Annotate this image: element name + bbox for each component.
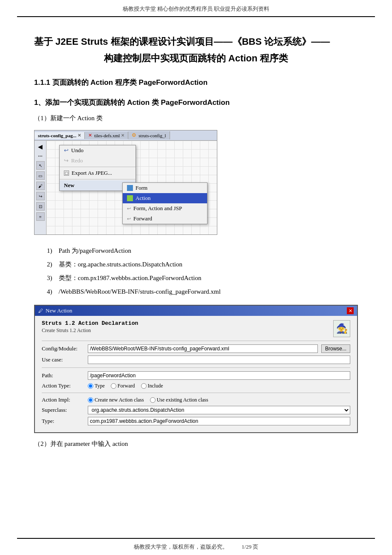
superclass-select[interactable]: org.apache.struts.actions.DispatchAction: [88, 406, 350, 414]
sub-section-1-label: （1）新建一个 Action 类: [34, 115, 103, 121]
tool-list-icon[interactable]: ≡: [36, 212, 45, 221]
dialog-title-icon: 🖊: [38, 308, 43, 313]
form-icon: [127, 185, 133, 191]
radio-include-input[interactable]: [141, 383, 147, 389]
ide-canvas[interactable]: ↩ Undo ↪ Redo □ Export As JPEG... New: [46, 141, 217, 234]
submenu-form-action-jsp[interactable]: ↩ Form, Action and JSP: [123, 203, 207, 214]
dialog-description: Create Struts 1.2 Action: [42, 327, 138, 334]
section-1-1-1-label: 1.1.1 页面跳转的 Action 程序类 PageForwordAction: [34, 78, 208, 87]
ide-screenshot: struts-config_pag... ✕ ✕ tiles-defs.xml …: [34, 130, 217, 235]
redo-icon: ↪: [64, 157, 69, 164]
radio-use-existing[interactable]: Use existing Action class: [150, 397, 208, 403]
tool-arrow-icon[interactable]: ↪: [36, 192, 45, 200]
action-impl-label: Action Impl:: [42, 396, 84, 403]
ide-body: ◀ ••• ↖ ▭ 🖌 ↪ ⊡ ≡ ↩ Undo ↪: [35, 141, 217, 234]
dialog-close-button[interactable]: ✕: [347, 307, 354, 314]
dialog-divider-2: [42, 367, 350, 368]
action-impl-row: Action Impl: Create new Action class Use…: [42, 396, 350, 403]
dialog-body: Struts 1.2 Action Declaration Create Str…: [35, 316, 357, 432]
radio-forward-input[interactable]: [111, 383, 116, 389]
export-icon: □: [64, 171, 69, 176]
action-type-label: Action Type:: [42, 382, 84, 389]
separator-1: [60, 167, 135, 167]
tool-paint-icon[interactable]: 🖌: [36, 182, 45, 190]
new-action-dialog: 🖊 New Action ✕ Struts 1.2 Action Declara…: [34, 305, 358, 433]
radio-forward[interactable]: Forward: [111, 383, 135, 389]
section-1-label: 1、添加一个实现页面跳转的 Action 类 PageForwordAction: [34, 98, 230, 107]
ide-tab-1-label: struts-config_pag...: [38, 133, 76, 138]
ide-tab-3[interactable]: ⚙ struts-config_l: [128, 131, 170, 139]
main-title: 基于 J2EE Struts 框架的课程设计实训项目——《BBS 论坛系统》——…: [34, 34, 358, 66]
dialog-title-left: 🖊 New Action: [38, 307, 72, 314]
context-menu-export-label: Export As JPEG...: [72, 170, 112, 176]
dialog-divider-1: [42, 341, 350, 341]
path-label: Path:: [42, 372, 84, 379]
tool-cursor-icon[interactable]: ↖: [36, 161, 45, 170]
ide-tab-1[interactable]: struts-config_pag... ✕: [35, 132, 85, 139]
context-menu-export[interactable]: □ Export As JPEG...: [60, 168, 135, 178]
header-text: 杨教授大学堂 精心创作的优秀程序员 职业提升必读系列资料: [123, 6, 270, 12]
ide-sidebar: ◀ ••• ↖ ▭ 🖌 ↪ ⊡ ≡: [35, 141, 46, 234]
radio-include-label: Include: [148, 383, 163, 389]
submenu-form-label: Form: [135, 185, 147, 191]
submenu-forward-label: Forward: [133, 215, 152, 222]
dialog-title-text: New Action: [46, 307, 72, 314]
radio-create-new-input[interactable]: [88, 397, 93, 403]
ide-tab-2[interactable]: ✕ tiles-defs.xml ✕: [85, 132, 128, 139]
ide-tab-1-close[interactable]: ✕: [78, 133, 81, 138]
context-menu-undo[interactable]: ↩ Undo: [60, 145, 135, 156]
use-case-input[interactable]: [88, 356, 350, 364]
form-action-jsp-icon: ↩: [127, 206, 131, 211]
footer-page: 1/29 页: [242, 543, 258, 550]
superclass-label: Superclass:: [42, 407, 84, 413]
page-header: 杨教授大学堂 精心创作的优秀程序员 职业提升必读系列资料: [17, 0, 375, 17]
path-input[interactable]: [88, 371, 350, 380]
tool-box-icon[interactable]: ⊡: [36, 202, 45, 211]
radio-forward-label: Forward: [118, 383, 135, 389]
separator-2: [60, 179, 135, 179]
list-item-3-num: 3): [47, 275, 57, 281]
radio-include[interactable]: Include: [141, 383, 163, 389]
superclass-row: Superclass: org.apache.struts.actions.Di…: [42, 406, 350, 414]
tool-rect-icon[interactable]: ▭: [36, 171, 45, 180]
list-item-1: 1) Path 为/pageForwordAction: [47, 244, 358, 257]
list-item-2-num: 2): [47, 261, 57, 268]
context-menu-redo[interactable]: ↪ Redo: [60, 156, 135, 166]
footer-text: 杨教授大学堂，版权所有，盗版必究。: [134, 543, 228, 550]
config-module-label: Config/Module:: [42, 345, 84, 352]
submenu-action-label: Action: [135, 195, 150, 202]
radio-type[interactable]: Type: [88, 383, 105, 389]
radio-type-label: Type: [95, 383, 105, 389]
list-item-1-text: Path 为/pageForwordAction: [59, 247, 131, 254]
section-1-title: 1、添加一个实现页面跳转的 Action 类 PageForwordAction: [34, 98, 358, 107]
submenu-forward[interactable]: ↩ Forward: [123, 214, 207, 224]
forward-icon: ↩: [127, 216, 131, 222]
browse-button[interactable]: Browse...: [321, 344, 350, 353]
radio-use-existing-label: Use existing Action class: [157, 397, 208, 403]
use-case-label: Use case:: [42, 356, 84, 363]
ide-tab-2-close[interactable]: ✕: [121, 133, 124, 138]
list-item-4-text: /WebBBS/WebRoot/WEB-INF/struts-config_pa…: [59, 288, 221, 295]
undo-icon: ↩: [64, 147, 69, 154]
submenu-form[interactable]: Form: [123, 183, 207, 193]
radio-use-existing-input[interactable]: [150, 397, 156, 403]
radio-type-input[interactable]: [88, 383, 93, 389]
type-input[interactable]: [88, 417, 350, 425]
config-module-input[interactable]: [88, 344, 318, 353]
submenu-action[interactable]: Action: [123, 193, 207, 203]
path-row: Path:: [42, 371, 350, 380]
list-item-2-text: 基类：org.apache.struts.actions.DispatchAct…: [59, 261, 183, 268]
sidebar-dots: •••: [37, 153, 43, 159]
ide-tab-2-label: tiles-defs.xml: [94, 133, 120, 138]
page-content: 基于 J2EE Struts 框架的课程设计实训项目——《BBS 论坛系统》——…: [0, 17, 392, 477]
submenu: Form Action ↩ Form, Action and JSP ↩ For…: [122, 182, 208, 224]
section-1-1-1-title: 1.1.1 页面跳转的 Action 程序类 PageForwordAction: [34, 78, 358, 87]
type-label: Type:: [42, 418, 84, 425]
main-title-line1: 基于 J2EE Struts 框架的课程设计实训项目——《BBS 论坛系统》——: [34, 34, 358, 49]
action-impl-radio-group: Create new Action class Use existing Act…: [88, 397, 208, 403]
section-2: （2）并在 parameter 中输入 action: [34, 440, 358, 448]
ide-tabs: struts-config_pag... ✕ ✕ tiles-defs.xml …: [35, 130, 217, 141]
type-row: Type:: [42, 417, 350, 425]
action-type-row: Action Type: Type Forward Include: [42, 382, 350, 389]
radio-create-new[interactable]: Create new Action class: [88, 397, 144, 403]
